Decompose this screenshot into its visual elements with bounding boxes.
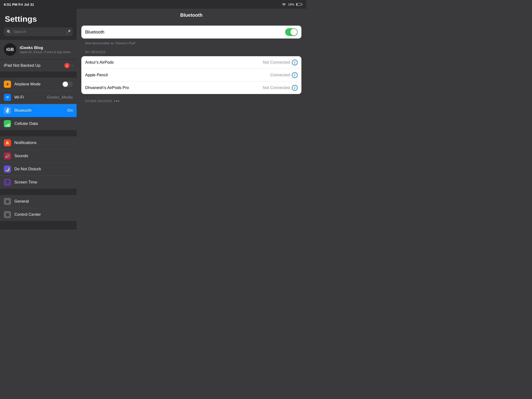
sidebar-item-airplane[interactable]: ✈ Airplane Mode — [0, 78, 76, 91]
status-bar: 6:51 PM Fri Jul 31 18% — [0, 0, 306, 9]
backup-warning-right: 1 › — [64, 63, 73, 68]
dot-3 — [118, 101, 119, 102]
wifi-label: Wi-Fi — [14, 95, 43, 100]
info-button-pencil[interactable]: i — [292, 72, 298, 78]
sounds-label: Sounds — [14, 154, 73, 158]
detail-title: Bluetooth — [76, 9, 306, 22]
controlcenter-label: Control Center — [14, 212, 73, 217]
dot-2 — [116, 101, 117, 102]
device-right-airpods: Not Connected i — [263, 60, 298, 65]
general-icon: ⚙ — [4, 198, 11, 205]
avatar: iGB — [4, 43, 16, 56]
sidebar-item-donotdisturb[interactable]: 🌙 Do Not Disturb — [0, 163, 76, 176]
wifi-status-icon — [282, 3, 286, 6]
bluetooth-icon — [4, 107, 11, 114]
other-devices-section: OTHER DEVICES — [76, 98, 306, 107]
bluetooth-toggle-switch[interactable] — [285, 28, 298, 36]
status-time: 6:51 PM Fri Jul 31 — [4, 2, 34, 6]
notifications-label: Notifications — [14, 140, 73, 145]
general-label: General — [14, 199, 73, 204]
info-button-airpodspro[interactable]: i — [292, 85, 298, 91]
discoverable-text: Now discoverable as "iGeeks's iPad". — [76, 41, 306, 49]
airplane-toggle[interactable] — [62, 81, 73, 87]
my-devices-list: Ankur's AirPods Not Connected i Apple Pe… — [81, 56, 301, 94]
wifi-icon — [4, 94, 11, 101]
app-container: Settings 🔍 🎤 iGB iGeeks Blog Apple ID, i… — [0, 9, 306, 230]
sidebar-item-controlcenter[interactable]: ⊞ Control Center — [0, 208, 76, 221]
backup-badge: 1 — [64, 63, 70, 68]
account-section[interactable]: iGB iGeeks Blog Apple ID, iCloud, iTunes… — [0, 40, 76, 59]
device-row-airpods[interactable]: Ankur's AirPods Not Connected i — [81, 56, 301, 69]
sidebar-item-screentime[interactable]: ⏱ Screen Time — [0, 176, 76, 189]
search-bar[interactable]: 🔍 🎤 — [4, 27, 73, 36]
device-status-airpods: Not Connected — [263, 60, 290, 65]
airplane-label: Airplane Mode — [14, 82, 59, 87]
bluetooth-value: On — [67, 108, 73, 113]
device-status-pencil: Connected — [270, 73, 290, 77]
battery-percent: 18% — [288, 3, 294, 6]
device-name-airpodspro: Dhvanesh's AirPods Pro — [85, 85, 129, 90]
donotdisturb-label: Do Not Disturb — [14, 167, 73, 171]
account-subtitle: Apple ID, iCloud, iTunes & App Store — [20, 50, 70, 54]
detail-panel: Bluetooth Bluetooth Now discoverable as … — [76, 9, 306, 230]
donotdisturb-icon: 🌙 — [4, 165, 11, 173]
loading-dots — [114, 101, 119, 102]
screentime-icon: ⏱ — [4, 179, 11, 186]
airplane-icon: ✈ — [4, 81, 11, 88]
my-devices-header: MY DEVICES — [76, 49, 306, 55]
device-row-airpodspro[interactable]: Dhvanesh's AirPods Pro Not Connected i — [81, 82, 301, 94]
device-status-airpodspro: Not Connected — [263, 85, 290, 90]
notifications-icon: 🔔 — [4, 139, 11, 146]
bluetooth-toggle-card: Bluetooth — [81, 25, 301, 38]
system-group: ⚙ General ⊞ Control Center — [0, 195, 76, 221]
cellular-label: Cellular Data — [14, 121, 73, 126]
other-devices-header: OTHER DEVICES — [85, 99, 112, 103]
bluetooth-toggle-label: Bluetooth — [85, 29, 104, 35]
search-input[interactable] — [13, 29, 64, 34]
sidebar-item-notifications[interactable]: 🔔 Notifications — [0, 136, 76, 150]
account-name: iGeeks Blog — [20, 45, 70, 50]
screentime-label: Screen Time — [14, 180, 73, 185]
sidebar-item-sounds[interactable]: 🔊 Sounds — [0, 150, 76, 163]
info-button-airpods[interactable]: i — [292, 60, 298, 65]
sounds-icon: 🔊 — [4, 152, 11, 159]
device-name-airpods: Ankur's AirPods — [85, 60, 114, 65]
device-row-pencil[interactable]: Apple Pencil Connected i — [81, 69, 301, 82]
account-info: iGeeks Blog Apple ID, iCloud, iTunes & A… — [20, 45, 70, 54]
mic-icon: 🎤 — [66, 30, 71, 34]
cellular-icon — [4, 120, 11, 127]
device-right-airpodspro: Not Connected i — [263, 85, 298, 91]
sidebar-item-general[interactable]: ⚙ General — [0, 195, 76, 208]
wifi-value: iGeeks_Media — [47, 95, 73, 100]
sidebar-title: Settings — [0, 9, 76, 27]
dot-1 — [114, 101, 115, 102]
network-group: ✈ Airplane Mode Wi-Fi iGeeks_Media — [0, 78, 76, 130]
sidebar-item-bluetooth[interactable]: Bluetooth On — [0, 104, 76, 117]
bluetooth-label: Bluetooth — [14, 108, 64, 113]
device-right-pencil: Connected i — [270, 72, 298, 78]
sidebar-item-wifi[interactable]: Wi-Fi iGeeks_Media — [0, 91, 76, 104]
backup-warning-label: iPad Not Backed Up — [4, 63, 40, 68]
backup-warning-row[interactable]: iPad Not Backed Up 1 › — [0, 60, 76, 71]
status-right: 18% — [282, 3, 302, 6]
chevron-icon: › — [71, 63, 73, 68]
battery-icon — [296, 3, 302, 6]
sidebar: Settings 🔍 🎤 iGB iGeeks Blog Apple ID, i… — [0, 9, 76, 230]
device-name-pencil: Apple Pencil — [85, 73, 108, 77]
controlcenter-icon: ⊞ — [4, 211, 11, 218]
search-icon: 🔍 — [7, 30, 12, 34]
sidebar-item-cellular[interactable]: Cellular Data — [0, 117, 76, 130]
personal-group: 🔔 Notifications 🔊 Sounds 🌙 Do Not Distur… — [0, 136, 76, 189]
toggle-knob — [290, 29, 297, 35]
